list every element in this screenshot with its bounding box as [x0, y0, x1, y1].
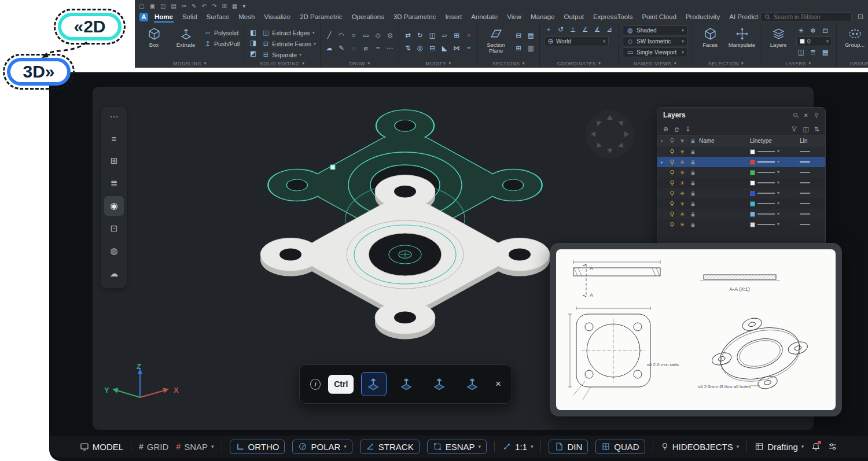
offset-tool-icon[interactable]: ◎ — [415, 43, 425, 53]
undo-icon[interactable]: ↶ — [202, 3, 207, 10]
line-tool-icon[interactable]: ╱ — [325, 31, 334, 40]
layer-freeze-icon[interactable]: ☀ — [677, 201, 687, 207]
din-standard-toggle[interactable]: DIN — [549, 440, 588, 454]
filter-icon[interactable] — [791, 126, 797, 132]
lin-column-header[interactable]: Lin — [797, 138, 825, 144]
layer-row-selected[interactable]: ▸ ☀ ▾ — [657, 157, 825, 167]
diameter-tool-icon[interactable]: ⌀ — [361, 43, 370, 53]
layer-states-icon[interactable]: ≣ — [808, 47, 818, 57]
name-column-header[interactable]: Name — [698, 138, 750, 144]
section-tool-icon-1[interactable]: ⊟ — [514, 31, 523, 40]
snap-toggle[interactable]: # SNAP ▾ — [176, 442, 214, 452]
pin-icon[interactable] — [813, 112, 819, 119]
ucs-normal-icon[interactable]: ⊥ — [568, 25, 578, 34]
tab-productivity[interactable]: Productivity — [685, 12, 720, 23]
pushpull-button[interactable]: ↥ Push/Pull — [204, 39, 240, 49]
extrude-mode-create-button[interactable] — [361, 372, 387, 396]
toolbar-lighting-button[interactable]: ◍ — [104, 241, 124, 261]
save-icon[interactable]: ◫ — [160, 3, 165, 10]
visual-style-dropdown[interactable]: ◍ Shaded ▾ — [623, 25, 687, 35]
group-label-draw[interactable]: DRAW▾ — [325, 59, 395, 68]
extrude-mode-unite-button[interactable] — [427, 372, 453, 396]
import-layer-icon[interactable]: ↧ — [685, 126, 690, 133]
add-layer-icon[interactable]: ⊕ — [663, 126, 668, 133]
quad-toggle[interactable]: QUAD — [595, 440, 645, 454]
extrude-mode-subtract-button[interactable] — [394, 372, 420, 396]
layer-freeze-icon[interactable]: ☀ — [677, 180, 687, 186]
tab-solid[interactable]: Solid — [182, 12, 198, 23]
polyline-tool-icon[interactable]: ◠ — [337, 31, 346, 40]
layers-button[interactable]: Layers — [764, 25, 792, 48]
polar-toggle[interactable]: POLAR ▾ — [292, 440, 352, 454]
layer-color-swatch[interactable] — [750, 170, 755, 175]
tab-expresstools[interactable]: ExpressTools — [593, 12, 633, 23]
delete-layer-icon[interactable] — [674, 126, 680, 132]
copy-tool-icon[interactable]: ◫ — [428, 31, 437, 40]
layer-freeze-icon[interactable]: ☀ — [677, 149, 687, 155]
ellipse-tool-icon[interactable]: ◌ — [349, 43, 358, 53]
layer-row[interactable]: ☀ ▾ — [657, 219, 825, 230]
grid-toggle[interactable]: # GRID — [139, 442, 168, 452]
section-plane-button[interactable]: Section Plane — [482, 25, 510, 54]
group-button[interactable]: Group... — [841, 25, 868, 48]
group-label-coordinates[interactable]: COORDINATES▾ — [544, 59, 614, 68]
layer-isolate-icon[interactable]: ⊡ — [821, 26, 830, 35]
tab-manage[interactable]: Manage — [530, 12, 556, 23]
layer-row[interactable]: ☀ ▾ — [657, 178, 825, 188]
group-label-named-views[interactable]: NAMED VIEWS▾ — [623, 59, 687, 68]
drafting-preview-window[interactable]: A A A-A (4:1) x8 2.0 mm rads x4 2.5mm Ø … — [550, 243, 842, 416]
rectangle-tool-icon[interactable]: ▭ — [361, 31, 370, 40]
erase-tool-icon[interactable]: × — [464, 31, 473, 40]
layout-icon[interactable]: ▦ — [232, 3, 237, 10]
layer-lock-icon[interactable] — [690, 190, 696, 197]
group-label-solid-editing[interactable]: SOLID EDITING▾ — [248, 60, 316, 68]
layer-lock-icon[interactable] — [690, 149, 696, 155]
arc-tool-icon[interactable]: ☁ — [325, 43, 334, 53]
tab-home[interactable]: Home — [154, 12, 174, 23]
sketch-tool-icon[interactable]: ✎ — [337, 43, 346, 53]
layer-freeze-icon[interactable]: ❄ — [808, 26, 818, 35]
ribbon-search-input[interactable] — [774, 13, 843, 20]
tab-annotate[interactable]: Annotate — [470, 12, 498, 23]
layer-on-icon[interactable] — [669, 211, 675, 217]
toolbar-render-button[interactable]: ◉ — [104, 196, 124, 216]
tab-view[interactable]: View — [506, 12, 522, 23]
layer-color-swatch[interactable] — [750, 160, 755, 165]
group-label-sections[interactable]: SECTIONS▾ — [482, 59, 535, 68]
ucs-triangle-icon[interactable]: ⊿ — [605, 25, 614, 34]
fillet-tool-icon[interactable]: ≈ — [464, 43, 473, 53]
group-label-modify[interactable]: MODIFY▾ — [403, 59, 473, 68]
trim-tool-icon[interactable]: ⊟ — [428, 43, 437, 53]
grid-toggle-icon[interactable]: ⊞ — [222, 3, 226, 10]
layer-row[interactable]: ☀ ▾ — [657, 167, 825, 178]
open-file-icon[interactable]: ▣ — [149, 3, 155, 10]
layer-row[interactable]: ☀ ▾ — [657, 146, 825, 157]
tab-mesh[interactable]: Mesh — [238, 12, 255, 23]
layer-color-swatch[interactable] — [750, 149, 755, 154]
extract-edges-button[interactable]: ◫ Extract Edges ▾ — [262, 28, 316, 38]
close-icon[interactable]: × — [804, 112, 808, 119]
ucs-angle-icon[interactable]: ∠ — [580, 25, 590, 34]
layer-row[interactable]: ☀ ▾ — [657, 209, 825, 219]
toolbar-cloud-button[interactable]: ☁ — [104, 264, 124, 283]
layer-on-icon[interactable] — [669, 201, 675, 207]
ucs-measure-icon[interactable]: ∡ — [593, 25, 602, 34]
app-logo[interactable]: A — [139, 13, 148, 21]
rotate-tool-icon[interactable]: ↻ — [415, 31, 425, 40]
search-icon[interactable] — [793, 112, 799, 119]
tab-ai-predict[interactable]: AI Predict — [729, 12, 759, 23]
layer-on-icon[interactable] — [669, 149, 675, 155]
layer-on-icon[interactable] — [669, 190, 675, 197]
layer-freeze-icon[interactable]: ☀ — [677, 222, 687, 228]
extrude-tool-button[interactable]: Extrude — [172, 25, 200, 48]
layer-color-swatch[interactable] — [750, 212, 755, 217]
ucs-rotate-icon[interactable]: ↺ — [556, 25, 565, 34]
draw-more-icon[interactable]: ⋯ — [385, 43, 395, 53]
spline-tool-icon[interactable]: ≈ — [373, 43, 382, 53]
move-tool-icon[interactable]: ⇄ — [403, 31, 413, 40]
notifications-button[interactable] — [811, 442, 821, 451]
solid-edit-icon-2[interactable]: ◨ — [248, 38, 258, 47]
tab-visualize[interactable]: Visualize — [263, 12, 291, 23]
tab-output[interactable]: Output — [563, 12, 584, 23]
tab-surface[interactable]: Surface — [206, 12, 230, 23]
